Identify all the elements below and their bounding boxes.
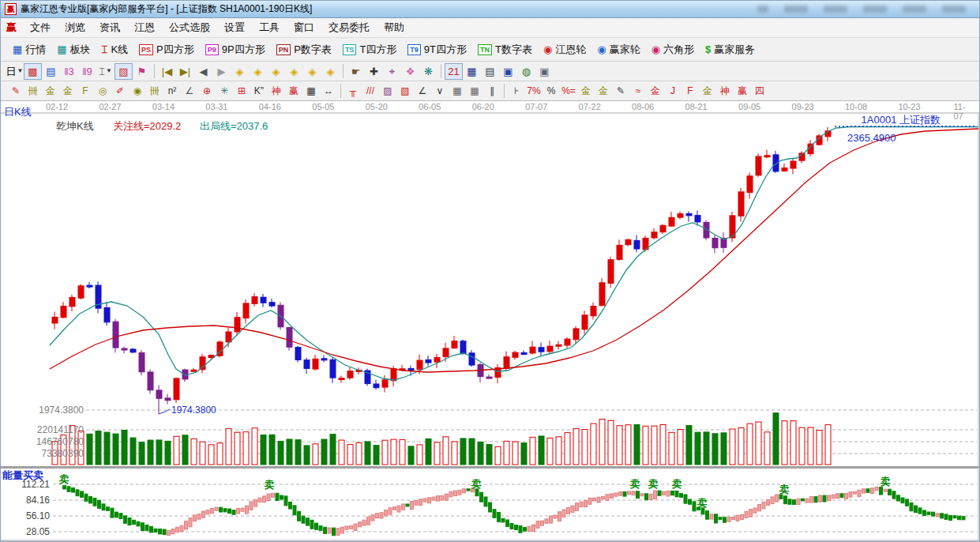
gold-angle-icon[interactable]: 金 (699, 83, 716, 99)
win-grid-icon[interactable]: 赢 (285, 83, 302, 99)
percent-line-icon[interactable]: %= (560, 83, 577, 99)
gold-box-icon[interactable]: 金 (647, 83, 664, 99)
notes-icon[interactable]: ▤ (481, 63, 499, 80)
save-icon[interactable]: ▣ (499, 63, 517, 80)
titlebar[interactable]: 赢 赢家江恩专业版[赢家内部服务平台] - [上证指数 SH1A0001-190… (1, 1, 979, 18)
comb-icon[interactable]: 卌 (24, 83, 42, 99)
candle-pencil-icon[interactable]: ✎ (612, 83, 629, 99)
grid-123-icon[interactable]: ▦ (302, 83, 320, 99)
pattern-box-icon[interactable]: ▨ (115, 63, 133, 80)
pencil-icon[interactable]: ✎ (7, 83, 24, 99)
tool-gann-wheel[interactable]: ◉江恩轮 (538, 41, 591, 58)
crosshair-icon[interactable]: ✚ (365, 63, 383, 80)
angle-lines-glyph: ∠ (419, 86, 427, 96)
circle-cross-icon[interactable]: ⊕ (198, 83, 216, 99)
menu-item-window[interactable]: 窗口 (287, 18, 321, 37)
menu-item-formula-stock-pick[interactable]: 公式选股 (162, 18, 217, 37)
wave-icon[interactable]: ≈ (629, 83, 647, 99)
menu-item-settings[interactable]: 设置 (217, 18, 252, 37)
h-arrows-icon[interactable]: ↔ (320, 83, 337, 99)
tool-winner-wheel[interactable]: ◉赢家轮 (591, 41, 645, 58)
info-doc-icon[interactable]: ▤ (42, 63, 60, 80)
prev-icon[interactable]: ◀ (194, 63, 212, 80)
radial-box-icon[interactable]: ⊞ (233, 83, 250, 99)
fan-box-icon[interactable]: ▨ (379, 83, 396, 99)
radial-star-icon[interactable]: ✳ (216, 83, 233, 99)
n-square-icon[interactable]: n² (163, 83, 181, 99)
tool-sectors[interactable]: ▦板块 (51, 41, 96, 58)
grid-a-icon[interactable]: ▦ (449, 83, 466, 99)
menu-item-gann[interactable]: 江恩 (127, 18, 162, 37)
si-angle-icon[interactable]: 四 (751, 83, 768, 99)
gold-circle-icon[interactable]: 金 (577, 83, 595, 99)
ruler-icon[interactable]: ⊦ (508, 83, 525, 99)
flag-chart-icon[interactable]: ⚑ (133, 63, 151, 80)
diamond-h-icon[interactable]: ◈ (267, 63, 285, 80)
comb-2-icon[interactable]: 卌 (146, 83, 163, 99)
diamond-expand-icon[interactable]: ◈ (303, 63, 321, 80)
quotes-icon: ▦ (13, 44, 22, 55)
menu-item-trade-entrust[interactable]: 交易委托 (321, 18, 377, 37)
gold-grid-1-icon[interactable]: 金 (42, 83, 59, 99)
gold-lines-icon[interactable]: 金 (595, 83, 612, 99)
win-angle-icon[interactable]: 赢 (734, 83, 751, 99)
brain-icon[interactable]: ❋ (419, 63, 437, 80)
fan-box-2-icon[interactable]: ▧ (396, 83, 414, 99)
hand-icon[interactable]: ☛ (347, 63, 365, 80)
fan-lines-icon[interactable]: /// (362, 83, 379, 99)
chart-9-icon[interactable]: ‖9 (78, 63, 96, 80)
tool-label-hexagon: 六角形 (663, 43, 694, 57)
diamond-right-icon[interactable]: ◈ (249, 63, 267, 80)
menu-item-tools[interactable]: 工具 (252, 18, 287, 37)
tool-t-square[interactable]: TST四方形 (337, 41, 402, 58)
period-selector-icon[interactable]: 日▼ (6, 63, 24, 80)
tool-quotes[interactable]: ▦行情 (7, 41, 51, 58)
parallel-icon[interactable]: ∥ (483, 83, 501, 99)
tool-kline[interactable]: ⌶K线 (96, 41, 133, 58)
angle-lines-icon[interactable]: ∠ (414, 83, 431, 99)
locator-icon[interactable]: ⌖ (383, 63, 401, 80)
tool-9p-square[interactable]: P99P四方形 (200, 41, 271, 58)
diamond-compress-icon[interactable]: ◈ (285, 63, 303, 80)
pattern-search-icon[interactable]: ▩ (24, 63, 42, 80)
network-icon[interactable]: ◍ (517, 63, 535, 80)
menu-item-help[interactable]: 帮助 (377, 18, 411, 37)
last-page-icon[interactable]: ▶| (176, 63, 194, 80)
calculator-icon[interactable]: ▦ (463, 63, 481, 80)
candle-style-icon[interactable]: ⌶▼ (96, 63, 115, 80)
tool-9t-square[interactable]: T99T四方形 (402, 41, 472, 58)
shen-grid-icon[interactable]: 神 (268, 83, 285, 99)
percent-7-icon[interactable]: 7% (525, 83, 543, 99)
tool-p-number-table[interactable]: PNP数字表 (271, 41, 337, 58)
tool-p-square[interactable]: PSP四方形 (133, 41, 200, 58)
spiral-icon[interactable]: ◎ (94, 83, 111, 99)
workstation-icon[interactable]: ▣ (535, 63, 554, 80)
angle-fan-icon[interactable]: ∠ (181, 83, 198, 99)
chart-3-icon[interactable]: ‖3 (60, 63, 78, 80)
first-page-icon[interactable]: |◀ (158, 63, 176, 80)
tool-winner-service[interactable]: $赢家服务 (700, 41, 760, 58)
k-quote-icon[interactable]: K" (250, 83, 268, 99)
j-angle-icon[interactable]: J (664, 83, 681, 99)
f-angle-icon[interactable]: F (681, 83, 699, 99)
tool-hexagon[interactable]: ◉六角形 (646, 41, 700, 58)
pencil-chart-icon[interactable]: ✐ (111, 83, 129, 99)
f-grid-icon[interactable]: F (77, 83, 94, 99)
diamond-left-icon[interactable]: ◈ (231, 63, 249, 80)
model-3d-icon[interactable]: ❖ (401, 63, 419, 80)
shen-angle-icon[interactable]: 神 (716, 83, 734, 99)
diamond-all-icon[interactable]: ◈ (321, 63, 340, 80)
calendar-icon[interactable]: 21 (445, 63, 463, 80)
zigzag-icon[interactable]: ∨ (431, 83, 449, 99)
gold-grid-2-icon[interactable]: 金 (59, 83, 77, 99)
tool-t-number-table[interactable]: TNT数字表 (472, 41, 538, 58)
cycle-circle-icon[interactable]: ◉ (129, 83, 146, 99)
rect-tool-icon[interactable]: ╥ (344, 83, 362, 99)
menu-item-news[interactable]: 资讯 (92, 18, 127, 37)
menu-item-browse[interactable]: 浏览 (58, 18, 92, 37)
menu-item-file[interactable]: 文件 (23, 18, 58, 37)
next-icon[interactable]: ▶ (212, 63, 231, 80)
percent-icon[interactable]: % (543, 83, 560, 99)
grid-b-icon[interactable]: ▦ (466, 83, 483, 99)
chart-canvas[interactable]: 卖卖卖卖卖卖卖卖卖 (1, 101, 980, 542)
